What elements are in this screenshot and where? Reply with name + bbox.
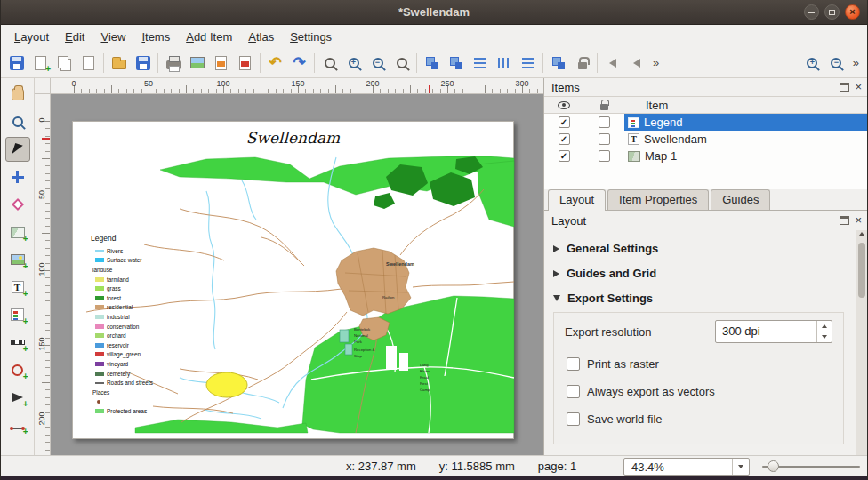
raise-items-button[interactable] xyxy=(420,52,444,75)
hand-icon xyxy=(12,88,24,100)
option-checkbox[interactable] xyxy=(567,412,580,426)
duplicate-layout-button[interactable] xyxy=(52,52,76,75)
legend-entry: Places xyxy=(91,388,173,397)
item-row-map-1[interactable]: ✓ Map 1 xyxy=(544,148,867,164)
slider-handle[interactable] xyxy=(768,460,779,472)
add-node-item-button[interactable]: + xyxy=(5,412,30,437)
minimize-button[interactable] xyxy=(804,4,819,20)
edit-nodes-item-button[interactable] xyxy=(5,192,30,217)
legend-item[interactable]: Legend Rivers Surface water xyxy=(91,234,173,416)
toolbar-overflow-2-button[interactable]: » xyxy=(848,56,864,69)
menu-item[interactable]: View xyxy=(92,27,133,47)
menu-item[interactable]: Items xyxy=(133,27,178,47)
distribute-items-button[interactable] xyxy=(492,52,516,75)
visibility-checkbox[interactable]: ✓ xyxy=(559,133,570,145)
export-pdf-button[interactable] xyxy=(233,52,257,75)
menu-item[interactable]: Layout xyxy=(6,27,57,47)
add-picture-button[interactable]: + xyxy=(5,247,30,272)
open-template-button[interactable] xyxy=(107,52,131,75)
layout-page[interactable]: Swellendam xyxy=(72,121,514,439)
close-panel-icon[interactable]: × xyxy=(855,83,862,92)
combo-dropdown-button[interactable] xyxy=(732,459,749,475)
new-layout-button[interactable]: + xyxy=(28,52,52,75)
zoom-level-combobox[interactable]: 43.4% xyxy=(623,458,750,476)
lock-items-button[interactable] xyxy=(570,52,594,75)
export-resolution-value[interactable]: 300 dpi xyxy=(716,321,816,342)
map-title-label[interactable]: Swellendam xyxy=(73,122,513,147)
layout-panel-header: Layout × xyxy=(544,211,867,230)
layout-manager-button[interactable] xyxy=(76,52,100,75)
add-legend-button[interactable]: + xyxy=(5,302,30,327)
atlas-previous-button[interactable] xyxy=(624,52,648,75)
export-svg-button[interactable] xyxy=(209,52,233,75)
menu-item[interactable]: Settings xyxy=(282,27,340,47)
export-resolution-spinbox[interactable]: 300 dpi xyxy=(715,320,832,343)
zoom-out-button[interactable]: − xyxy=(366,52,390,75)
zoom-in-button[interactable]: + xyxy=(342,52,366,75)
maximize-button[interactable] xyxy=(824,4,840,20)
zoom-tool-button[interactable] xyxy=(5,109,30,134)
tab-layout[interactable]: Layout xyxy=(548,189,606,211)
section-general-settings[interactable]: General Settings xyxy=(553,242,855,255)
resize-items-button[interactable] xyxy=(516,52,540,75)
save-project-button[interactable] xyxy=(4,52,28,75)
menu-item[interactable]: Add Item xyxy=(178,27,240,47)
scrollbar-thumb[interactable] xyxy=(858,243,865,298)
move-item-content-button[interactable] xyxy=(5,164,30,189)
atlas-first-button[interactable] xyxy=(600,52,624,75)
lock-checkbox[interactable] xyxy=(599,150,610,162)
spin-up-button[interactable] xyxy=(817,321,832,332)
tab-item-properties[interactable]: Item Properties xyxy=(607,189,709,210)
print-button[interactable] xyxy=(161,52,185,75)
item-row-swellendam[interactable]: ✓ T Swellendam xyxy=(544,131,867,148)
group-items-button[interactable] xyxy=(546,52,570,75)
menu-item[interactable]: Edit xyxy=(57,27,92,47)
tab-guides[interactable]: Guides xyxy=(711,189,770,210)
add-shape-button[interactable]: + xyxy=(5,357,30,382)
select-move-item-button[interactable] xyxy=(5,137,30,162)
cursor-icon xyxy=(12,142,23,156)
canvas-zoom-in-button[interactable]: + xyxy=(800,52,824,75)
option-checkbox[interactable] xyxy=(567,385,580,398)
visibility-checkbox[interactable]: ✓ xyxy=(559,116,570,128)
align-items-button[interactable] xyxy=(468,52,492,75)
close-panel-icon[interactable]: × xyxy=(855,216,862,225)
visibility-checkbox[interactable]: ✓ xyxy=(559,150,570,162)
export-option-row[interactable]: Print as raster xyxy=(567,357,831,371)
expander-collapsed-icon xyxy=(553,270,559,277)
section-export-settings[interactable]: Export Settings xyxy=(553,292,855,305)
add-scalebar-button[interactable]: + xyxy=(5,330,30,355)
lock-checkbox[interactable] xyxy=(599,116,610,128)
export-option-row[interactable]: Always export as vectors xyxy=(567,385,831,398)
zoom-full-button[interactable] xyxy=(317,52,342,75)
float-panel-icon[interactable] xyxy=(840,216,849,225)
lower-items-button[interactable] xyxy=(444,52,468,75)
zoom-actual-button[interactable] xyxy=(390,52,414,75)
undo-button[interactable]: ↶ xyxy=(263,52,287,75)
canvas-zoom-out-button[interactable]: − xyxy=(824,52,848,75)
zoom-slider[interactable] xyxy=(762,456,860,476)
title-bar[interactable]: *Swellendam × xyxy=(1,0,867,25)
lock-checkbox[interactable] xyxy=(599,133,610,145)
float-panel-icon[interactable] xyxy=(840,83,849,92)
close-button[interactable]: × xyxy=(845,4,860,20)
section-guides-and-grid[interactable]: Guides and Grid xyxy=(553,267,855,280)
add-map-button[interactable]: + xyxy=(5,220,30,244)
save-as-template-button[interactable] xyxy=(131,52,155,75)
layout-canvas[interactable]: Swellendam xyxy=(51,94,543,455)
legend-entry-label: residential xyxy=(107,304,133,310)
menu-item[interactable]: Atlas xyxy=(240,27,282,47)
toolbar-overflow-button[interactable]: » xyxy=(648,56,663,69)
spin-down-button[interactable] xyxy=(817,332,832,343)
item-row-legend[interactable]: ✓ Legend xyxy=(544,114,867,131)
option-checkbox[interactable] xyxy=(567,357,580,371)
scroll-up-icon[interactable] xyxy=(859,232,864,236)
add-arrow-button[interactable]: + xyxy=(5,385,30,410)
export-image-button[interactable] xyxy=(185,52,209,75)
legend-entry-label: landuse xyxy=(92,267,112,273)
export-option-row[interactable]: Save world file xyxy=(567,412,831,426)
pan-tool-button[interactable] xyxy=(5,82,30,107)
add-label-button[interactable]: T+ xyxy=(5,275,30,300)
vertical-scrollbar[interactable] xyxy=(856,230,867,455)
redo-button[interactable]: ↷ xyxy=(287,52,311,75)
